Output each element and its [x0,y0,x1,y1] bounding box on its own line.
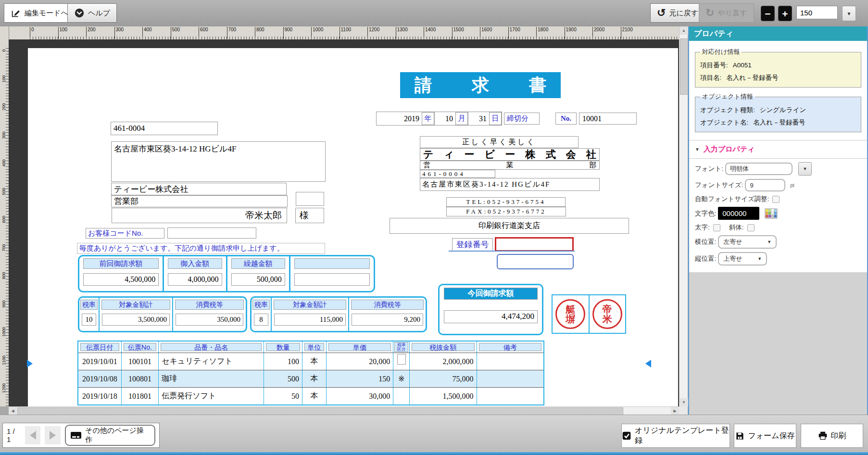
detail-cell[interactable]: 2019/10/01 [78,353,122,370]
registration-number-field-selected[interactable] [495,237,574,252]
recipient-dept-field[interactable]: 営業部 [111,195,288,207]
next-page-button[interactable] [45,426,61,444]
invoice-no-field[interactable]: 10001 [579,113,637,125]
date-month-field[interactable]: 10 [434,112,455,125]
redo-button[interactable]: ↻ やり直す [699,3,754,23]
registration-extra-field[interactable] [497,254,574,269]
summary-value-field[interactable]: 4,500,000 [83,273,159,286]
ruler-label: 2100 [621,27,633,39]
detail-cell[interactable] [477,388,543,404]
left-guide-arrow[interactable] [27,360,33,367]
bold-checkbox[interactable] [713,224,720,231]
zoom-out-button[interactable]: − [761,6,775,21]
color-swatch[interactable]: 000000 [718,207,759,220]
summary-value-field[interactable] [294,273,370,286]
horizontal-scroll-thumb[interactable] [17,407,623,415]
detail-header-row: 伝票日付伝票No.品番・品名数量単位単価税率 区分税抜金額備考 [78,341,543,353]
italic-checkbox[interactable] [747,224,755,231]
scroll-left-button[interactable]: ◀ [9,407,17,415]
scroll-right-button[interactable]: ▶ [671,407,679,415]
undo-label: 元に戻す [669,9,698,18]
recipient-extra-field[interactable] [296,192,324,206]
detail-cell[interactable]: 100101 [122,353,159,370]
prev-page-button[interactable] [25,426,41,444]
detail-cell[interactable]: 1,500,000 [410,388,477,404]
detail-cell[interactable]: 2019/10/08 [78,370,122,387]
detail-cell[interactable]: 本 [302,388,327,404]
valign-select[interactable]: 上寄せ ▼ [718,252,767,265]
summary-value-field[interactable]: 4,000,000 [168,273,222,286]
date-year-field[interactable]: 2019 [377,112,422,125]
tax-base-field[interactable]: 115,000 [274,314,346,326]
detail-cell[interactable]: セキュリティソフト [159,353,264,370]
summary-value-field[interactable]: 500,000 [231,273,285,286]
tax-amount-field[interactable]: 9,200 [352,314,423,326]
customer-code-field[interactable] [167,228,256,239]
font-input[interactable]: 明朝体 [725,163,793,175]
detail-cell[interactable]: 20,000 [327,353,393,370]
tax-rate-field[interactable]: 10 [82,314,96,326]
ruler-label: 800 [1,270,6,281]
total-amount-field[interactable]: 4,474,200 [444,310,538,323]
detail-cell[interactable]: 100801 [122,370,159,387]
registration-underline [449,251,575,252]
color-palette-icon[interactable] [765,208,778,219]
detail-cell[interactable]: 本 [302,353,327,370]
tax-class-box[interactable] [397,354,406,365]
register-template-button[interactable]: オリジナルテンプレート登録 [621,424,730,448]
detail-cell[interactable]: 500 [264,370,302,387]
detail-cell[interactable]: 100 [264,353,302,370]
char: 請 [415,74,432,97]
detail-cell[interactable]: ※ [393,370,410,387]
panel-body: 対応付け情報 項目番号:A0051 項目名:名入れ－登録番号 オブジェクト情報 … [689,41,867,265]
tax-base-field[interactable]: 3,500,000 [102,314,170,326]
detail-cell[interactable]: 150 [327,370,393,387]
recipient-address-field[interactable]: 名古屋市東区葵3-14-12 HGビル4F [111,141,326,182]
zoom-in-button[interactable]: + [778,6,792,21]
char: 求 [472,74,489,97]
detail-cell[interactable]: 本 [302,370,327,387]
scroll-down-button[interactable]: ▼ [679,398,688,406]
zoom-dropdown-button[interactable]: ▼ [842,6,856,21]
print-button[interactable]: 印刷 [801,424,863,448]
edit-mode-button[interactable]: 編集モードへ [4,3,75,23]
detail-cell[interactable] [477,370,543,387]
undo-button[interactable]: ↺ 元に戻す [650,3,705,23]
summary-header [294,258,370,269]
font-dropdown-button[interactable]: ▼ [798,162,812,176]
vertical-scroll-thumb[interactable] [680,38,688,95]
zoom-level-input[interactable] [796,6,838,19]
page-operations-button[interactable]: その他のページ操作 [65,425,155,446]
char: ビ [485,148,495,161]
detail-cell[interactable]: 30,000 [327,388,393,404]
recipient-company-field[interactable]: ティービー株式会社 [111,183,287,195]
save-form-button[interactable]: フォーム保存 [734,424,796,448]
detail-cell[interactable]: 珈琲 [159,370,264,387]
detail-cell[interactable]: 50 [264,388,302,404]
recipient-name-field[interactable]: 帝米太郎 [112,208,287,223]
invoice-title[interactable]: 請求書 [400,72,561,98]
ruler-label: 400 [142,27,152,39]
summary-col: 御入金額 4,000,000 [163,256,226,291]
halign-select[interactable]: 左寄せ ▼ [718,235,777,249]
scroll-up-button[interactable]: ▲ [679,26,688,35]
detail-cell[interactable] [477,353,543,370]
closing-label[interactable]: 締切分 [504,113,540,125]
detail-cell[interactable] [393,388,410,404]
detail-cell[interactable] [393,353,410,370]
date-day-field[interactable]: 31 [468,112,489,125]
detail-cell[interactable]: 伝票発行ソフト [159,388,264,404]
right-guide-arrow[interactable] [645,360,651,367]
recipient-postal-field[interactable]: 461-0004 [111,122,218,135]
autosize-checkbox[interactable] [772,196,780,203]
detail-cell[interactable]: 2019/10/18 [78,388,122,404]
detail-cell[interactable]: 101801 [122,388,159,404]
detail-cell[interactable]: 2,000,000 [410,353,477,370]
tax-rate-field[interactable]: 8 [254,314,268,326]
help-button[interactable]: ヘルプ [67,3,117,23]
detail-cell[interactable]: 75,000 [410,370,477,387]
input-properties-header[interactable]: ▼ 入力プロパティ [689,140,867,159]
redo-label: やり直す [717,9,747,18]
font-size-input[interactable]: 9 [745,179,785,191]
tax-amount-field[interactable]: 350,000 [176,314,243,326]
